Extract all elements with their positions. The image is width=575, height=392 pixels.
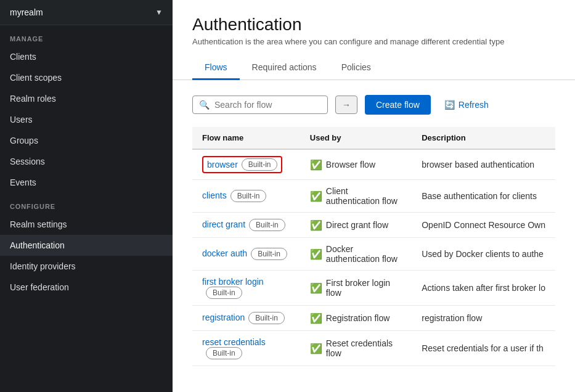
description-cell: Actions taken after first broker lo: [412, 271, 555, 306]
flow-name-cell: clientsBuilt-in: [192, 180, 300, 213]
page-header: Authentication Authentication is the are…: [173, 0, 575, 80]
used-by-cell: ✅Direct grant flow: [300, 213, 412, 238]
create-flow-button[interactable]: Create flow: [365, 95, 431, 115]
used-by-cell: ✅Docker authentication flow: [300, 238, 412, 271]
table-row: browserBuilt-in✅Browser flowbrowser base…: [192, 149, 555, 180]
check-icon: ✅: [310, 190, 322, 202]
main-content: Authentication Authentication is the are…: [173, 0, 575, 392]
used-by-text: Direct grant flow: [326, 220, 388, 230]
built-in-badge: Built-in: [230, 190, 267, 202]
built-in-badge: Built-in: [251, 248, 287, 260]
table-row: direct grantBuilt-in✅Direct grant flowOp…: [192, 213, 555, 238]
check-icon: ✅: [310, 219, 322, 231]
sidebar-item-client-scopes[interactable]: Client scopes: [0, 67, 173, 88]
sidebar-item-identity-providers[interactable]: Identity providers: [0, 256, 173, 277]
sidebar-item-users[interactable]: Users: [0, 109, 173, 130]
sidebar-item-user-federation[interactable]: User federation: [0, 277, 173, 298]
sidebar-item-realm-settings[interactable]: Realm settings: [0, 214, 173, 235]
used-by-text: Registration flow: [326, 313, 390, 323]
sidebar-item-events[interactable]: Events: [0, 172, 173, 193]
sidebar-section-configure: Configure Realm settings Authentication …: [0, 193, 173, 298]
manage-section-label: Manage: [0, 25, 173, 46]
content-area: 🔍 → Create flow 🔄 Refresh Flow name Used…: [173, 80, 575, 392]
sidebar-item-sessions[interactable]: Sessions: [0, 151, 173, 172]
search-submit-button[interactable]: →: [335, 96, 357, 114]
table-row: registrationBuilt-in✅Registration flowre…: [192, 306, 555, 331]
flow-name-cell: reset credentialsBuilt-in: [192, 331, 300, 366]
refresh-button[interactable]: 🔄 Refresh: [438, 96, 495, 113]
table-row: first broker loginBuilt-in✅First broker …: [192, 271, 555, 306]
description-cell: browser based authentication: [412, 149, 555, 180]
col-used-by: Used by: [300, 127, 412, 149]
flow-name-link[interactable]: registration: [202, 312, 245, 322]
table-row: docker authBuilt-in✅Docker authenticatio…: [192, 238, 555, 271]
flow-name-cell: first broker loginBuilt-in: [192, 271, 300, 306]
used-by-cell: ✅Client authentication flow: [300, 180, 412, 213]
chevron-down-icon: ▼: [155, 8, 163, 17]
flow-name-cell: docker authBuilt-in: [192, 238, 300, 271]
realm-name: myrealm: [10, 7, 43, 17]
toolbar: 🔍 → Create flow 🔄 Refresh: [192, 95, 555, 115]
description-cell: Reset credentials for a user if th: [412, 331, 555, 366]
built-in-badge: Built-in: [249, 219, 285, 231]
used-by-text: Reset credentials flow: [326, 338, 402, 358]
sidebar: myrealm ▼ Manage Clients Client scopes R…: [0, 0, 173, 392]
check-icon: ✅: [310, 159, 322, 171]
description-cell: Base authentication for clients: [412, 180, 555, 213]
page-description: Authentication is the area where you can…: [192, 37, 555, 46]
used-by-cell: ✅First broker login flow: [300, 271, 412, 306]
used-by-text: Browser flow: [326, 160, 375, 169]
sidebar-item-authentication[interactable]: Authentication: [0, 235, 173, 256]
check-icon: ✅: [310, 248, 322, 260]
col-flow-name: Flow name: [192, 127, 300, 149]
table-row: reset credentialsBuilt-in✅Reset credenti…: [192, 331, 555, 366]
flow-name-link[interactable]: reset credentials: [202, 337, 266, 347]
sidebar-item-groups[interactable]: Groups: [0, 130, 173, 151]
built-in-badge: Built-in: [206, 287, 242, 299]
flow-name-cell: browserBuilt-in: [192, 149, 300, 180]
description-cell: registration flow: [412, 306, 555, 331]
tab-required-actions[interactable]: Required actions: [240, 56, 329, 80]
built-in-badge: Built-in: [242, 158, 278, 171]
flow-name-link[interactable]: browser: [207, 160, 238, 169]
flow-name-link[interactable]: docker auth: [202, 248, 247, 258]
check-icon: ✅: [310, 282, 322, 294]
refresh-label: Refresh: [459, 100, 489, 110]
flow-name-cell: direct grantBuilt-in: [192, 213, 300, 238]
flows-table: Flow name Used by Description browserBui…: [192, 127, 555, 366]
used-by-cell: ✅Browser flow: [300, 149, 412, 180]
page-title: Authentication: [192, 15, 555, 35]
check-icon: ✅: [310, 312, 322, 324]
flow-name-link[interactable]: first broker login: [202, 277, 264, 287]
search-input[interactable]: [214, 100, 321, 110]
flow-name-link[interactable]: clients: [202, 190, 227, 200]
table-row: clientsBuilt-in✅Client authentication fl…: [192, 180, 555, 213]
sidebar-item-realm-roles[interactable]: Realm roles: [0, 88, 173, 109]
search-icon: 🔍: [199, 100, 210, 110]
check-icon: ✅: [310, 343, 322, 354]
used-by-cell: ✅Registration flow: [300, 306, 412, 331]
tab-policies[interactable]: Policies: [329, 56, 383, 80]
used-by-text: Client authentication flow: [326, 186, 402, 206]
tab-flows[interactable]: Flows: [192, 56, 240, 80]
flow-name-link[interactable]: direct grant: [202, 219, 245, 229]
built-in-badge: Built-in: [248, 312, 285, 324]
used-by-cell: ✅Reset credentials flow: [300, 331, 412, 366]
used-by-text: Docker authentication flow: [326, 244, 402, 264]
sidebar-item-clients[interactable]: Clients: [0, 46, 173, 67]
search-box[interactable]: 🔍: [192, 96, 328, 114]
realm-selector[interactable]: myrealm ▼: [0, 0, 173, 25]
built-in-badge: Built-in: [206, 347, 242, 359]
used-by-text: First broker login flow: [326, 278, 402, 298]
flow-name-cell: registrationBuilt-in: [192, 306, 300, 331]
sidebar-section-manage: Manage Clients Client scopes Realm roles…: [0, 25, 173, 193]
description-cell: OpenID Connect Resource Own: [412, 213, 555, 238]
description-cell: Used by Docker clients to authe: [412, 238, 555, 271]
col-description: Description: [412, 127, 555, 149]
configure-section-label: Configure: [0, 193, 173, 214]
refresh-icon: 🔄: [444, 100, 455, 110]
tab-bar: Flows Required actions Policies: [192, 56, 555, 80]
